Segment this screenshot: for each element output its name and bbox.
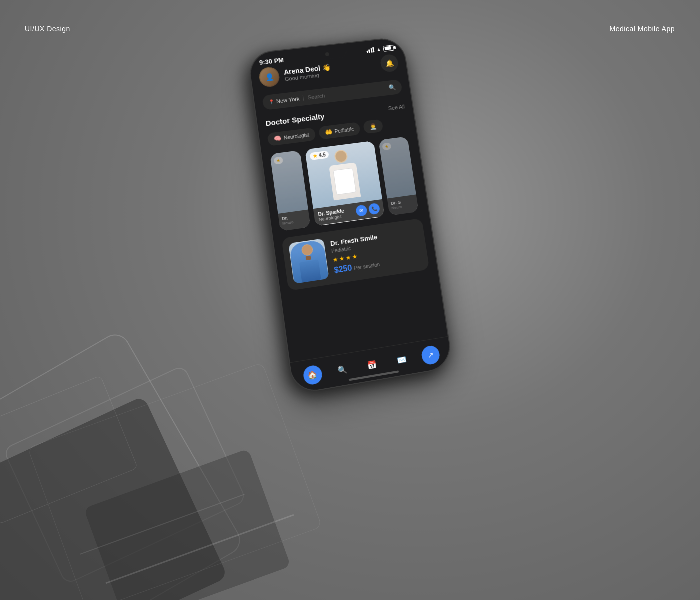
doctors-row: ★ Dr. Neuro — [270, 136, 421, 232]
battery-icon — [383, 45, 394, 52]
pill-general[interactable]: 👨‍⚕️ — [362, 120, 384, 134]
top-left-label: UI/UX Design — [25, 25, 70, 33]
partial-doctor-card[interactable]: ★ Dr. Neuro — [270, 150, 311, 232]
email-button[interactable]: ✉ — [356, 204, 368, 217]
doctor-image-sparkle: ★ 4.5 — [305, 141, 382, 209]
wifi-icon: ▲ — [376, 47, 382, 52]
see-all-link[interactable]: See All — [388, 104, 406, 112]
star-2: ★ — [339, 255, 346, 263]
price-value: $250 — [334, 264, 353, 275]
star-4: ★ — [352, 253, 358, 261]
location-tag: 📍 New York — [268, 96, 304, 106]
camera — [325, 52, 330, 57]
action-buttons: ✉ 📞 — [356, 203, 380, 217]
nav-home[interactable]: 🏠 — [302, 364, 324, 386]
pill-label: Neurologist — [284, 132, 310, 140]
search-input[interactable]: Search — [308, 86, 386, 100]
nav-share[interactable]: ↗ — [421, 344, 442, 366]
pediatric-icon: 🤲 — [324, 128, 333, 136]
brain-icon: 🧠 — [274, 135, 282, 143]
featured-doctor-image — [288, 238, 330, 284]
star-1: ★ — [332, 256, 339, 264]
call-button[interactable]: 📞 — [368, 203, 380, 216]
doctor-name-area: Dr. Sparkle Neurologist — [318, 208, 346, 222]
general-icon: 👨‍⚕️ — [369, 123, 378, 130]
pill-pediatric[interactable]: 🤲 Pediatric — [318, 122, 361, 140]
featured-doctor-card[interactable]: Dr. Fresh Smile Pediatric ★ ★ ★ ★ $250 P… — [282, 218, 430, 292]
per-session-label: Per session — [354, 262, 380, 272]
pill-neurologist[interactable]: 🧠 Neurologist — [267, 128, 316, 146]
avatar: 👤 — [258, 66, 281, 88]
star-icon: ★ — [312, 153, 318, 159]
location-pin-icon: 📍 — [268, 100, 274, 105]
partial-doctor-card-right[interactable]: ★ Dr. S Neuro — [378, 136, 419, 216]
location-text: New York — [276, 96, 300, 104]
featured-doctor-info: Dr. Fresh Smile Pediatric ★ ★ ★ ★ $250 P… — [330, 228, 422, 276]
top-right-label: Medical Mobile App — [610, 25, 675, 33]
signal-icon — [366, 48, 374, 54]
specialty-title: Doctor Specialty — [265, 112, 325, 128]
doctor-card-sparkle[interactable]: ★ 4.5 — [305, 141, 385, 226]
nav-calendar[interactable]: 📅 — [362, 354, 382, 376]
user-text: Arena Deol 👋 Good morning — [284, 64, 332, 82]
nav-search[interactable]: 🔍 — [332, 359, 354, 380]
pill-label-2: Pediatric — [334, 126, 354, 134]
search-icon[interactable]: 🔍 — [388, 84, 396, 92]
star-3: ★ — [346, 254, 352, 262]
app-content: 👤 Arena Deol 👋 Good morning 🔔 📍 New York — [250, 50, 438, 292]
nav-messages[interactable]: ✉️ — [392, 350, 412, 371]
notification-button[interactable]: 🔔 — [380, 54, 400, 73]
